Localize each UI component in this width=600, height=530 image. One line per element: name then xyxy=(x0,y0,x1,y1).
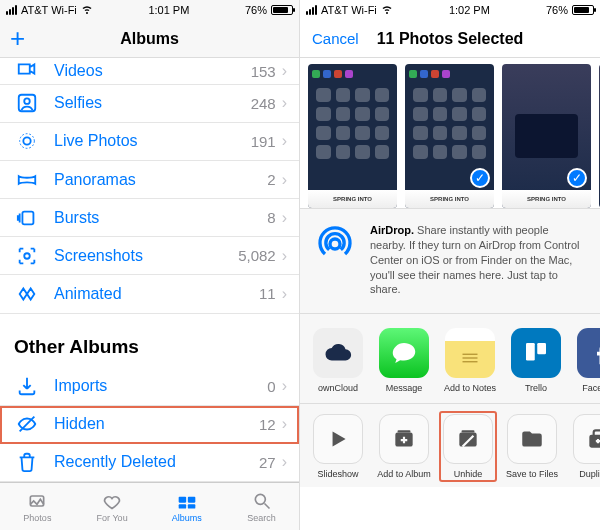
navbar-selection: Cancel 11 Photos Selected xyxy=(300,20,600,58)
svg-line-13 xyxy=(264,503,269,508)
action-save-to-files[interactable]: Save to Files xyxy=(504,414,560,479)
page-title: 11 Photos Selected xyxy=(377,30,524,48)
bursts-icon xyxy=(14,207,40,229)
tab-label: Photos xyxy=(23,513,51,523)
airdrop-bold: AirDrop. xyxy=(370,224,414,236)
album-row-selfies[interactable]: Selfies 248 › xyxy=(0,85,299,123)
share-app-owncloud[interactable]: ownCloud xyxy=(310,328,366,393)
svg-point-2 xyxy=(23,138,30,145)
chevron-right-icon: › xyxy=(282,285,287,303)
action-label: Add to Album xyxy=(377,469,431,479)
album-row-animated[interactable]: Animated 11 › xyxy=(0,275,299,313)
trello-icon xyxy=(511,328,561,378)
svg-point-1 xyxy=(24,99,30,105)
svg-rect-19 xyxy=(537,343,546,354)
album-row-videos[interactable]: Videos 153 › xyxy=(0,58,299,85)
chevron-right-icon: › xyxy=(282,453,287,471)
tab-foryou[interactable]: For You xyxy=(75,483,150,530)
battery-icon xyxy=(271,5,293,15)
album-row-recently-deleted[interactable]: Recently Deleted 27 › xyxy=(0,444,299,482)
svg-rect-9 xyxy=(188,496,196,502)
action-label: Duplicate xyxy=(579,469,600,479)
hidden-icon xyxy=(14,413,40,435)
tab-label: Albums xyxy=(172,513,202,523)
trash-icon xyxy=(14,451,40,473)
album-count: 11 xyxy=(259,285,276,302)
action-label: Save to Files xyxy=(506,469,558,479)
selfie-icon xyxy=(14,92,40,114)
tab-search[interactable]: Search xyxy=(224,483,299,530)
status-bar: AT&T Wi-Fi 1:01 PM 76% xyxy=(0,0,299,20)
thumbnail[interactable]: SPRING INTO ✓ xyxy=(502,64,591,208)
airdrop-text: AirDrop. Share instantly with people nea… xyxy=(370,223,586,297)
svg-point-3 xyxy=(20,134,35,149)
svg-point-5 xyxy=(24,253,30,259)
battery-pct: 76% xyxy=(546,4,568,16)
app-label: ownCloud xyxy=(318,383,358,393)
tab-albums[interactable]: Albums xyxy=(150,483,225,530)
album-label: Screenshots xyxy=(54,247,238,265)
album-count: 248 xyxy=(251,95,276,112)
thumb-caption: SPRING INTO xyxy=(308,190,397,208)
battery-icon xyxy=(572,5,594,15)
svg-rect-18 xyxy=(526,343,535,361)
tab-photos[interactable]: Photos xyxy=(0,483,75,530)
chevron-right-icon: › xyxy=(282,171,287,189)
page-title: Albums xyxy=(120,30,179,48)
album-row-bursts[interactable]: Bursts 8 › xyxy=(0,199,299,237)
album-label: Videos xyxy=(54,62,251,80)
phone-albums: AT&T Wi-Fi 1:01 PM 76% + Albums Videos 1… xyxy=(0,0,299,530)
selected-check-icon: ✓ xyxy=(567,168,587,188)
svg-point-12 xyxy=(255,494,265,504)
unhide-icon xyxy=(443,414,493,464)
tab-label: Search xyxy=(247,513,276,523)
album-row-panoramas[interactable]: Panoramas 2 › xyxy=(0,161,299,199)
svg-rect-4 xyxy=(22,211,33,224)
action-duplicate[interactable]: Duplicate xyxy=(570,414,600,479)
chevron-right-icon: › xyxy=(282,377,287,395)
selected-thumbnails[interactable]: SPRING INTO SPRING INTO ✓ SPRING INTO ✓ xyxy=(300,58,600,208)
app-label: Trello xyxy=(525,383,547,393)
action-label: Unhide xyxy=(454,469,483,479)
album-row-hidden[interactable]: Hidden 12 › xyxy=(0,406,299,444)
thumbnail[interactable]: SPRING INTO xyxy=(308,64,397,208)
animated-icon xyxy=(14,283,40,305)
album-row-livephotos[interactable]: Live Photos 191 › xyxy=(0,123,299,161)
airdrop-section[interactable]: AirDrop. Share instantly with people nea… xyxy=(300,208,600,314)
signal-icon xyxy=(306,5,317,15)
signal-icon xyxy=(6,5,17,15)
svg-rect-23 xyxy=(462,431,475,433)
album-row-imports[interactable]: Imports 0 › xyxy=(0,368,299,406)
album-count: 2 xyxy=(267,171,275,188)
album-label: Selfies xyxy=(54,94,251,112)
add-button[interactable]: + xyxy=(10,23,25,54)
share-app-message[interactable]: Message xyxy=(376,328,432,393)
action-add-to-album[interactable]: Add to Album xyxy=(376,414,432,479)
svg-rect-10 xyxy=(179,504,187,508)
chevron-right-icon: › xyxy=(282,132,287,150)
action-slideshow[interactable]: Slideshow xyxy=(310,414,366,479)
svg-rect-21 xyxy=(398,431,411,433)
svg-rect-8 xyxy=(179,496,187,502)
clock: 1:01 PM xyxy=(148,4,189,16)
screenshots-icon xyxy=(14,245,40,267)
album-count: 0 xyxy=(267,378,275,395)
action-label: Slideshow xyxy=(317,469,358,479)
share-app-facebook[interactable]: Facebook xyxy=(574,328,600,393)
thumbnail[interactable]: SPRING INTO ✓ xyxy=(405,64,494,208)
share-apps-row[interactable]: ownCloud Message Add to Notes Trello Fac… xyxy=(300,314,600,404)
status-bar: AT&T Wi-Fi 1:02 PM 76% xyxy=(300,0,600,20)
share-app-notes[interactable]: Add to Notes xyxy=(442,328,498,393)
airdrop-icon xyxy=(314,223,356,265)
share-actions-row[interactable]: Slideshow Add to Album Unhide Save to Fi… xyxy=(300,404,600,487)
album-count: 153 xyxy=(251,63,276,80)
thumb-caption: SPRING INTO xyxy=(405,190,494,208)
panorama-icon xyxy=(14,169,40,191)
action-unhide[interactable]: Unhide xyxy=(440,412,496,481)
cancel-button[interactable]: Cancel xyxy=(312,30,359,47)
album-row-screenshots[interactable]: Screenshots 5,082 › xyxy=(0,237,299,275)
selected-check-icon: ✓ xyxy=(470,168,490,188)
share-app-trello[interactable]: Trello xyxy=(508,328,564,393)
album-label: Imports xyxy=(54,377,267,395)
slideshow-icon xyxy=(313,414,363,464)
